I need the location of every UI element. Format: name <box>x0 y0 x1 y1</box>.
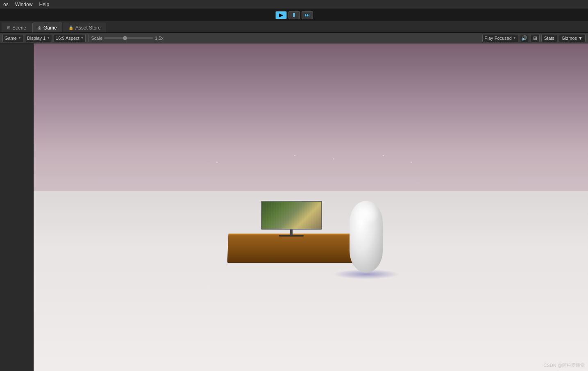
menu-window[interactable]: Window <box>15 2 33 7</box>
display-dropdown-arrow: ▼ <box>47 36 50 40</box>
pause-button[interactable]: ⏸ <box>288 11 300 19</box>
separator-1 <box>88 34 89 42</box>
left-panel <box>0 43 34 371</box>
menu-bar: os Window Help <box>0 0 588 9</box>
play-button[interactable]: ▶ <box>275 11 287 19</box>
desk <box>227 234 367 263</box>
step-button[interactable]: ⏭ <box>302 11 313 19</box>
monitor <box>261 201 322 237</box>
toolbar: Game ▼ Display 1 ▼ 16:9 Aspect ▼ Scale 1… <box>0 33 588 43</box>
tab-scene[interactable]: ⊞ Scene <box>2 23 32 32</box>
tab-game[interactable]: ◎ Game <box>32 23 62 32</box>
menu-help[interactable]: Help <box>39 2 49 7</box>
playback-bar: ▶ ⏸ ⏭ <box>0 9 588 21</box>
tab-game-label: Game <box>43 25 57 31</box>
tabs-bar: ⊞ Scene ◎ Game 🔒 Asset Store <box>0 21 588 33</box>
scale-slider[interactable] <box>104 37 153 39</box>
tab-asset-label: Asset Store <box>75 25 101 31</box>
scene-icon: ⊞ <box>7 25 10 30</box>
stats-button[interactable]: Stats <box>541 34 557 42</box>
scale-thumb[interactable] <box>123 36 127 40</box>
watermark: CSDN @阿松爱睡觉 <box>544 362 585 369</box>
play-focused-arrow: ▼ <box>513 36 516 40</box>
scene-canvas: CSDN @阿松爱睡觉 <box>34 43 588 371</box>
gizmos-button[interactable]: Gizmos ▼ <box>559 34 586 42</box>
capsule <box>350 201 383 273</box>
gizmos-arrow: ▼ <box>578 36 583 41</box>
monitor-screen <box>261 201 322 230</box>
grid-button[interactable]: ⊞ <box>531 34 540 42</box>
scale-label: Scale <box>91 36 102 41</box>
main-area: CSDN @阿松爱睡觉 <box>0 43 588 371</box>
scene-dot-2 <box>294 155 295 156</box>
menu-os[interactable]: os <box>3 2 9 7</box>
audio-button[interactable]: 🔊 <box>520 34 529 42</box>
game-dropdown[interactable]: Game ▼ <box>2 34 23 42</box>
monitor-stand <box>290 230 293 235</box>
game-icon: ◎ <box>38 25 41 30</box>
monitor-base <box>279 235 304 237</box>
game-dropdown-arrow: ▼ <box>18 36 21 40</box>
display-dropdown[interactable]: Display 1 ▼ <box>25 34 52 42</box>
tab-asset-store[interactable]: 🔒 Asset Store <box>63 23 106 32</box>
game-viewport[interactable]: CSDN @阿松爱睡觉 <box>34 43 588 371</box>
scale-control: Scale 1.5x <box>91 36 163 41</box>
scene-dot-5 <box>411 162 412 163</box>
tab-scene-label: Scene <box>12 25 26 31</box>
scale-value: 1.5x <box>155 36 163 41</box>
play-focused-dropdown[interactable]: Play Focused ▼ <box>482 34 518 42</box>
capsule-body <box>350 201 383 273</box>
scene-dot-3 <box>333 158 334 159</box>
aspect-dropdown-arrow: ▼ <box>81 36 84 40</box>
lock-icon: 🔒 <box>68 25 73 30</box>
aspect-dropdown[interactable]: 16:9 Aspect ▼ <box>54 34 86 42</box>
